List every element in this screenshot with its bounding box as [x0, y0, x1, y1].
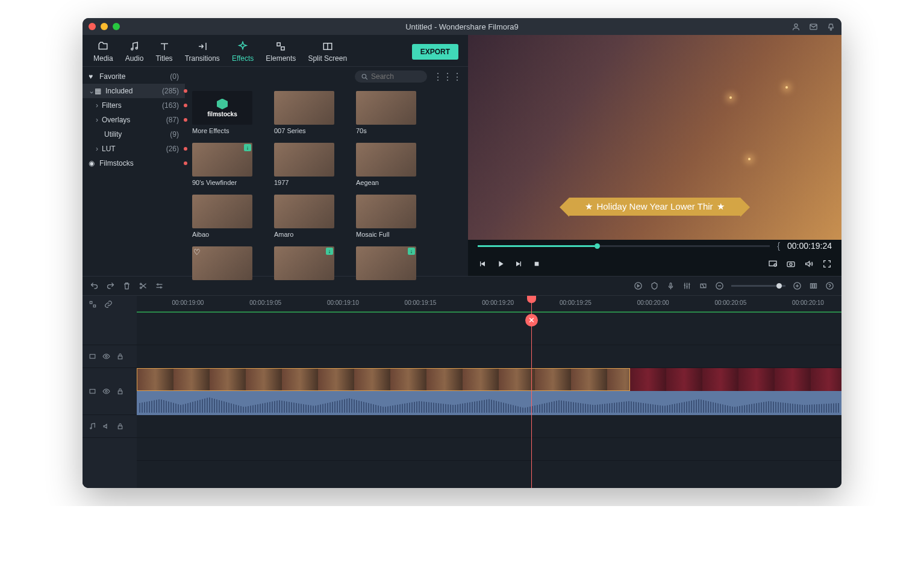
voiceover-icon[interactable]: [666, 281, 675, 290]
tab-transitions[interactable]: Transitions: [179, 37, 226, 66]
effect-thumbnail[interactable]: ↓: [274, 246, 334, 280]
mixer-icon[interactable]: [682, 281, 691, 290]
mark-in-icon[interactable]: {: [777, 241, 780, 251]
delete-icon[interactable]: [122, 281, 131, 290]
download-icon[interactable]: ↓: [244, 144, 251, 151]
sidebar-item-favorite[interactable]: ♥ Favorite (0): [83, 69, 185, 84]
snapshot-icon[interactable]: [786, 259, 796, 269]
view-mode-icon[interactable]: ⋮⋮⋮: [433, 71, 462, 83]
scrub-handle[interactable]: [595, 243, 600, 249]
sidebar-item-overlays[interactable]: › Overlays (87): [83, 113, 185, 127]
link-icon[interactable]: [104, 300, 113, 308]
clip-video-1[interactable]: [137, 368, 630, 391]
timeline-ruler[interactable]: 00:00:19:0000:00:19:0500:00:19:1000:00:1…: [137, 296, 841, 313]
effect-item[interactable]: filmstocksMore Effects: [192, 91, 270, 134]
mute-icon[interactable]: [102, 422, 110, 430]
message-icon[interactable]: [809, 22, 818, 31]
sidebar-item-lut[interactable]: › LUT (26): [83, 142, 185, 156]
track-empty[interactable]: [137, 438, 841, 461]
export-button[interactable]: EXPORT: [412, 44, 458, 60]
track-audio[interactable]: [137, 415, 841, 438]
step-forward-icon[interactable]: [514, 259, 523, 269]
step-back-icon[interactable]: [478, 259, 487, 269]
tab-media[interactable]: Media: [87, 37, 119, 66]
visibility-icon[interactable]: [102, 352, 110, 360]
quality-icon[interactable]: [768, 259, 778, 269]
preview-scrubber[interactable]: { 00:00:19:24: [468, 240, 841, 252]
play-icon[interactable]: [496, 259, 505, 269]
fullscreen-icon[interactable]: [822, 259, 832, 269]
split-icon[interactable]: [139, 281, 148, 290]
preview-video[interactable]: ★Holiday New Year Lower Thir★: [468, 35, 841, 240]
effect-item[interactable]: Aegean: [356, 143, 434, 186]
effect-thumbnail[interactable]: ♡: [192, 246, 252, 280]
effect-item[interactable]: 007 Series: [274, 91, 352, 134]
track-effects[interactable]: [137, 313, 841, 345]
effect-item[interactable]: 1977: [274, 143, 352, 186]
effect-thumbnail[interactable]: ↓: [356, 246, 416, 280]
effect-thumbnail[interactable]: [356, 143, 416, 177]
zoom-handle[interactable]: [776, 283, 782, 289]
render-icon[interactable]: [634, 281, 643, 290]
lock-icon[interactable]: [116, 422, 124, 430]
close-button[interactable]: [89, 23, 96, 30]
effect-item[interactable]: ↓90's Viewfinder: [192, 143, 270, 186]
timeline-canvas[interactable]: 00:00:19:0000:00:19:0500:00:19:1000:00:1…: [137, 296, 841, 488]
effect-thumbnail[interactable]: ↓: [192, 143, 252, 177]
sidebar-item-filters[interactable]: › Filters (163): [83, 98, 185, 113]
download-icon[interactable]: ↓: [326, 248, 333, 255]
marker-icon[interactable]: [650, 281, 659, 290]
effect-thumbnail[interactable]: [192, 195, 252, 228]
track-header-main[interactable]: [83, 368, 137, 415]
effect-item[interactable]: Aibao: [192, 195, 270, 238]
effect-thumbnail[interactable]: [274, 91, 334, 125]
redo-icon[interactable]: [106, 281, 115, 290]
tab-split-screen[interactable]: Split Screen: [302, 37, 353, 66]
track-header-audio[interactable]: [83, 415, 137, 438]
track-manager-icon[interactable]: [89, 300, 97, 308]
effect-thumbnail[interactable]: [356, 195, 416, 228]
help-icon[interactable]: [825, 281, 834, 290]
adjust-icon[interactable]: [155, 281, 164, 290]
tab-titles[interactable]: Titles: [149, 37, 178, 66]
download-icon[interactable]: ↓: [408, 248, 415, 255]
scrub-track[interactable]: [478, 245, 770, 247]
visibility-icon[interactable]: [102, 387, 110, 395]
minimize-button[interactable]: [101, 23, 108, 30]
track-header-overlay[interactable]: [83, 345, 137, 368]
tab-elements[interactable]: Elements: [260, 37, 302, 66]
zoom-out-icon[interactable]: [715, 281, 724, 290]
effect-thumbnail[interactable]: [274, 143, 334, 177]
playhead[interactable]: ✕: [531, 296, 532, 488]
account-icon[interactable]: [791, 22, 801, 31]
effect-item[interactable]: Amaro: [274, 195, 352, 238]
lock-icon[interactable]: [116, 387, 124, 395]
effect-thumbnail[interactable]: [356, 91, 416, 125]
effect-item[interactable]: 70s: [356, 91, 434, 134]
volume-icon[interactable]: [804, 259, 814, 269]
tab-effects[interactable]: Effects: [226, 37, 260, 66]
maximize-button[interactable]: [113, 23, 120, 30]
undo-icon[interactable]: [90, 281, 99, 290]
effect-thumbnail[interactable]: [274, 195, 334, 228]
favorite-icon[interactable]: ♡: [193, 248, 201, 257]
sidebar-item-included[interactable]: ⌄ ▦ Included (285): [83, 84, 185, 98]
clip-video-2[interactable]: [630, 368, 841, 391]
zoom-in-icon[interactable]: [793, 281, 802, 290]
effect-item[interactable]: Mosaic Full: [356, 195, 434, 238]
effect-thumbnail[interactable]: filmstocks: [192, 91, 252, 125]
search-box[interactable]: [355, 70, 427, 83]
crop-icon[interactable]: [699, 281, 708, 290]
sidebar-item-utility[interactable]: Utility (9): [83, 127, 185, 142]
search-input[interactable]: [371, 72, 419, 81]
zoom-slider[interactable]: [731, 285, 785, 287]
track-overlay[interactable]: [137, 345, 841, 368]
tab-audio[interactable]: Audio: [119, 37, 150, 66]
sidebar-item-filmstocks[interactable]: ◉ Filmstocks: [83, 156, 185, 170]
stop-icon[interactable]: [532, 259, 542, 269]
zoom-fit-icon[interactable]: [809, 281, 818, 290]
clip-audio-waveform[interactable]: [137, 391, 841, 415]
lock-icon[interactable]: [116, 352, 124, 360]
notification-icon[interactable]: [826, 22, 835, 31]
track-main[interactable]: [137, 368, 841, 415]
